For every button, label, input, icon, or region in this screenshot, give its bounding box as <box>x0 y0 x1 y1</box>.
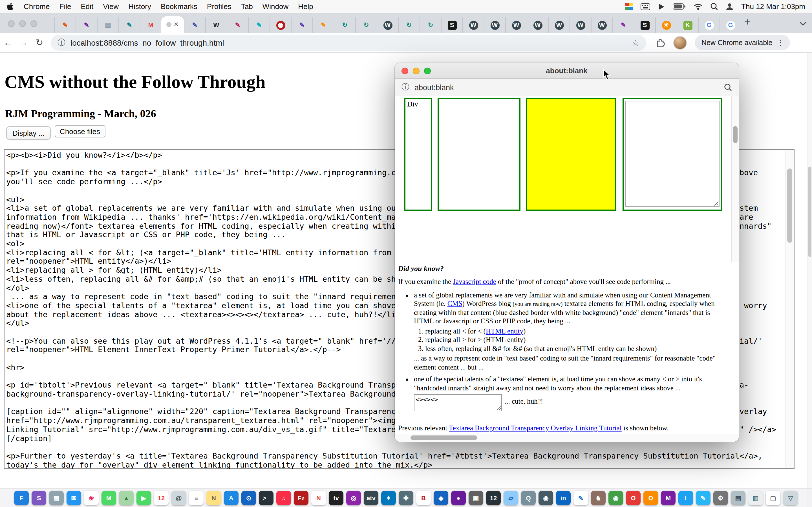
browser-tab[interactable]: G <box>698 17 719 33</box>
dock-icon[interactable]: ⊙ <box>241 491 256 505</box>
popup-address-bar[interactable]: ⓘ about:blank <box>395 79 739 96</box>
popup-horizontal-scrollbar[interactable] <box>395 434 739 442</box>
dock-icon[interactable]: ▦ <box>49 491 64 505</box>
bookmark-star-icon[interactable]: ☆ <box>632 38 640 48</box>
text-link[interactable]: Textarea Background Transparency Overlay… <box>449 424 622 432</box>
browser-tab[interactable]: S <box>634 17 655 33</box>
browser-tab[interactable]: W <box>527 17 548 33</box>
profile-avatar[interactable] <box>673 36 687 49</box>
kebab-menu-icon[interactable]: ⋮ <box>777 38 784 47</box>
browser-tab[interactable]: M <box>140 17 161 33</box>
code-scrollbar[interactable] <box>785 150 794 468</box>
dock-icon[interactable]: A <box>224 491 239 505</box>
dock-icon[interactable]: >_ <box>259 491 273 505</box>
dock-icon[interactable]: ✦ <box>381 491 396 505</box>
dock-icon[interactable]: 12 <box>154 491 168 505</box>
dock-icon[interactable]: ▣ <box>469 491 483 505</box>
dock-icon[interactable]: ✚ <box>399 491 413 505</box>
poc-textarea[interactable] <box>625 101 719 207</box>
browser-tab[interactable]: ↻ <box>355 17 377 33</box>
apple-logo-icon[interactable] <box>7 2 15 11</box>
back-button[interactable]: ← <box>0 38 16 48</box>
color-app-icon[interactable] <box>625 3 632 10</box>
page-scrollbar-thumb[interactable] <box>808 167 811 257</box>
browser-tab[interactable]: ↻ <box>398 17 419 33</box>
dock-icon[interactable]: ≡ <box>189 491 204 505</box>
popup-site-info-icon[interactable]: ⓘ <box>402 82 409 93</box>
dock-icon[interactable]: tv <box>329 491 343 505</box>
menu-bar-clock[interactable]: Thu 12 Mar 1:03pm <box>741 2 805 11</box>
browser-tab[interactable]: ✎ <box>291 17 312 33</box>
tab-close-icon[interactable]: ✕ <box>174 21 179 28</box>
dock-icon[interactable]: ◆ <box>434 491 448 505</box>
browser-tab[interactable]: ◉ <box>269 17 291 33</box>
browser-tab[interactable]: ▤ <box>97 17 118 33</box>
dock-icon[interactable]: ▶ <box>137 491 151 505</box>
popup-minimize-button[interactable] <box>413 68 419 74</box>
menu-item[interactable]: Chrome <box>24 2 50 11</box>
reload-button[interactable]: ↻ <box>32 37 47 48</box>
play-icon[interactable] <box>658 3 665 10</box>
popup-title-bar[interactable]: about:blank <box>395 63 739 79</box>
dock-icon[interactable]: ◎ <box>346 491 361 505</box>
dock-icon[interactable]: ▤ <box>731 491 746 505</box>
popup-zoom-search-icon[interactable] <box>724 83 732 91</box>
browser-tab[interactable]: W <box>462 17 484 33</box>
dock-icon[interactable]: N <box>311 491 326 505</box>
code-scrollbar-thumb[interactable] <box>787 168 792 243</box>
menu-item[interactable]: Help <box>298 2 313 11</box>
popup-scrollbar[interactable] <box>731 96 739 262</box>
browser-tab[interactable]: ✎ <box>118 17 140 33</box>
popup-horizontal-scrollbar-thumb[interactable] <box>410 436 477 440</box>
wifi-icon[interactable] <box>693 3 702 10</box>
dock-icon[interactable]: atv <box>364 491 378 505</box>
chrome-update-button[interactable]: New Chrome available ⋮ <box>695 35 790 50</box>
dock-icon[interactable]: ◉ <box>608 491 623 505</box>
menu-item[interactable]: Bookmarks <box>161 2 197 11</box>
new-tab-button[interactable]: + <box>744 17 750 29</box>
address-bar[interactable]: ⓘ localhost:8888/cms_no_follow_through.h… <box>51 35 646 50</box>
browser-tab[interactable]: ✎ <box>248 17 269 33</box>
dock-icon[interactable]: ⚙ <box>713 491 728 505</box>
browser-tab[interactable]: ↻ <box>334 17 355 33</box>
dock-icon[interactable]: ❀ <box>84 491 99 505</box>
extensions-icon[interactable] <box>655 38 665 48</box>
menu-item[interactable]: Profiles <box>207 2 232 11</box>
browser-tab[interactable]: W <box>548 17 569 33</box>
browser-tab[interactable]: W <box>569 17 591 33</box>
minimize-window-button[interactable] <box>19 20 26 27</box>
site-info-icon[interactable]: ⓘ <box>57 38 65 48</box>
popup-scrollbar-thumb[interactable] <box>733 126 738 143</box>
choose-files-button[interactable]: Choose files <box>55 125 105 137</box>
browser-tab[interactable]: S <box>441 17 462 33</box>
dock-icon[interactable]: F <box>14 491 29 505</box>
dock-icon[interactable]: O <box>626 491 641 505</box>
menu-item[interactable]: Tab <box>241 2 253 11</box>
dock-icon[interactable]: ▽ <box>783 491 798 505</box>
browser-tab[interactable]: W <box>484 17 505 33</box>
dock-icon[interactable]: 12 <box>486 491 501 505</box>
dock-icon[interactable]: ▲ <box>119 491 134 505</box>
browser-tab[interactable]: W <box>205 17 227 33</box>
text-link[interactable]: HTML entity <box>486 327 523 335</box>
dock-icon[interactable]: M <box>101 491 116 505</box>
browser-tab[interactable]: ✎ <box>75 17 97 33</box>
text-link[interactable]: CMS <box>448 300 462 307</box>
dock-icon[interactable]: Q <box>521 491 536 505</box>
dock-icon[interactable]: ▥ <box>748 491 763 505</box>
display-button[interactable]: Display ... <box>6 126 51 140</box>
dock-icon[interactable]: @ <box>171 491 186 505</box>
browser-tab[interactable]: G <box>719 17 741 33</box>
dock-icon[interactable]: ◉ <box>539 491 553 505</box>
close-window-button[interactable] <box>8 20 15 27</box>
browser-tab[interactable]: W <box>591 17 612 33</box>
dock-icon[interactable]: in <box>556 491 571 505</box>
dock-icon[interactable]: ♫ <box>276 491 291 505</box>
text-link[interactable]: Javascript code <box>453 278 496 286</box>
dock-icon[interactable]: Fz <box>294 491 308 505</box>
browser-tab[interactable]: ↻ <box>419 17 441 33</box>
dock-icon[interactable]: ▢ <box>766 491 780 505</box>
url-text[interactable]: localhost:8888/cms_no_follow_through.htm… <box>70 38 224 47</box>
browser-tab[interactable]: ✎ <box>612 17 634 33</box>
dock-icon[interactable]: N <box>206 491 221 505</box>
